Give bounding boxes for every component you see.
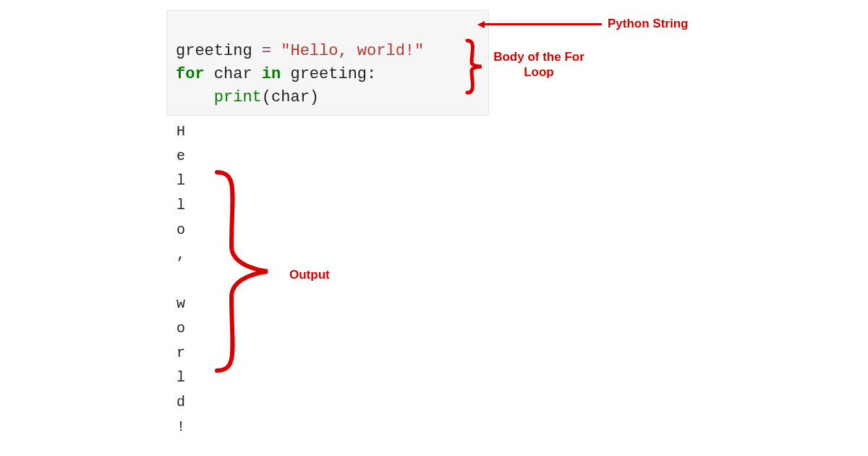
- token-lparen: (: [262, 88, 271, 106]
- token-arg: char: [271, 88, 310, 106]
- token-keyword-for: for: [176, 65, 205, 83]
- output-block: H e l l o , w o r l d !: [176, 119, 185, 439]
- arrow-icon: [483, 23, 602, 25]
- token-keyword-in: in: [262, 65, 281, 83]
- code-line-1: greeting = "Hello, world!": [176, 42, 424, 60]
- token-colon: :: [367, 65, 376, 83]
- code-line-2: for char in greeting:: [176, 65, 376, 83]
- token-func: print: [214, 88, 262, 106]
- annotation-output: Output: [289, 268, 330, 282]
- annotation-python-string: Python String: [608, 17, 688, 31]
- brace-icon: [210, 166, 275, 376]
- token-op: =: [252, 42, 281, 60]
- token-var: greeting: [176, 42, 252, 60]
- token-var: char: [214, 65, 252, 83]
- token-var: greeting: [290, 65, 367, 83]
- token-string: "Hello, world!": [281, 42, 424, 60]
- brace-icon: [463, 38, 485, 96]
- token-rparen: ): [310, 88, 319, 106]
- code-line-3: print(char): [176, 88, 319, 106]
- code-block: greeting = "Hello, world!" for char in g…: [166, 10, 489, 116]
- annotation-body-loop: Body of the For Loop: [485, 49, 593, 80]
